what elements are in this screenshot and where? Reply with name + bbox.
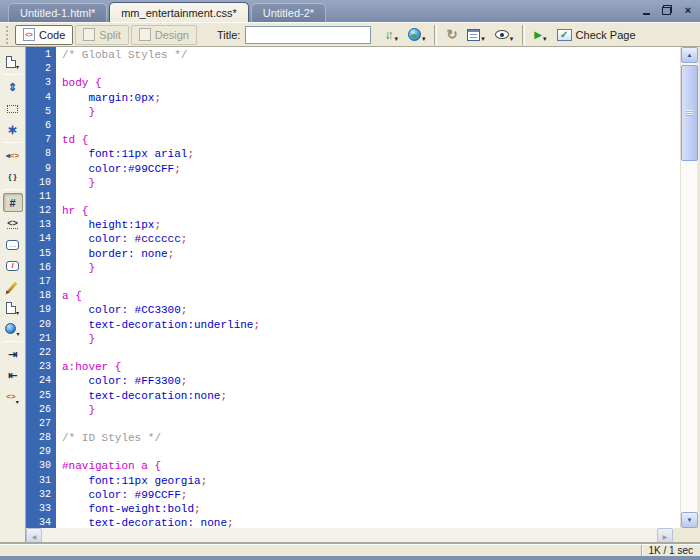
vertical-scrollbar-thumb[interactable] xyxy=(681,65,698,161)
code-line[interactable]: /* ID Styles */ xyxy=(62,432,680,446)
toolbar-icon-buttons: ↓↑▾▾↻▾▾▶▾ xyxy=(379,25,551,45)
code-line[interactable]: } xyxy=(62,262,680,276)
preview-in-browser-icon[interactable]: ▾ xyxy=(403,25,431,45)
code-line[interactable]: body { xyxy=(62,77,680,91)
expand-all-icon[interactable]: ∗ xyxy=(3,120,23,139)
line-number: 1 xyxy=(26,49,56,63)
code-line[interactable]: #navigation a { xyxy=(62,460,680,474)
line-number: 23 xyxy=(26,361,56,375)
code-line[interactable] xyxy=(62,418,680,432)
code-line[interactable]: a:hover { xyxy=(62,361,680,375)
remove-comment-icon[interactable]: / xyxy=(3,256,23,275)
select-parent-tag-icon[interactable]: ◂<> xyxy=(3,146,23,165)
check-page-icon: ✓ xyxy=(557,29,572,41)
line-number: 4 xyxy=(26,92,56,106)
move-or-convert-css-icon[interactable]: ▾ xyxy=(3,319,23,338)
collapse-full-tag-icon[interactable]: ⇕ xyxy=(3,78,23,97)
code-line[interactable]: color: #CC3300; xyxy=(62,304,680,318)
recent-snippets-icon[interactable]: ▾ xyxy=(3,298,23,317)
code-line[interactable]: color: #FF3300; xyxy=(62,375,680,389)
code-line[interactable]: } xyxy=(62,333,680,347)
code-line[interactable]: color: #cccccc; xyxy=(62,233,680,247)
line-number: 3 xyxy=(26,77,56,91)
line-number: 17 xyxy=(26,276,56,290)
code-line[interactable]: } xyxy=(62,404,680,418)
scrollbar-corner xyxy=(673,528,700,544)
line-number: 34 xyxy=(26,517,56,528)
tab-untitled-1[interactable]: Untitled-1.html* xyxy=(8,3,107,22)
line-number: 12 xyxy=(26,205,56,219)
refresh-icon[interactable]: ↻ xyxy=(441,25,462,45)
code-line[interactable]: font:11px arial; xyxy=(62,148,680,162)
code-line[interactable] xyxy=(62,63,680,77)
code-line[interactable]: border: none; xyxy=(62,248,680,262)
split-view-button[interactable]: Split xyxy=(75,25,128,45)
code-line[interactable]: text-decoration: none; xyxy=(62,517,680,528)
horizontal-scrollbar[interactable]: ◀ ▶ xyxy=(26,528,673,544)
vertical-scrollbar[interactable]: ▲ ▼ xyxy=(680,47,697,528)
code-line[interactable]: td { xyxy=(62,134,680,148)
scroll-down-icon[interactable]: ▼ xyxy=(681,512,698,528)
code-line[interactable]: hr { xyxy=(62,205,680,219)
tab-mm-entertainment-css[interactable]: mm_entertainment.css* xyxy=(109,2,249,22)
validate-markup-icon[interactable]: ▶▾ xyxy=(529,25,551,45)
check-page-button[interactable]: ✓ Check Page xyxy=(552,25,641,45)
code-view-button[interactable]: <> Code xyxy=(15,25,73,45)
code-line[interactable]: a { xyxy=(62,290,680,304)
tab-untitled-2[interactable]: Untitled-2* xyxy=(251,3,326,22)
code-line[interactable]: /* Global Styles */ xyxy=(62,49,680,63)
line-number-gutter: 1234567891011121314151617181920212223242… xyxy=(26,47,56,528)
status-bar: 1K / 1 sec xyxy=(0,544,700,556)
wrap-tag-icon[interactable] xyxy=(3,277,23,296)
file-management-icon[interactable]: ↓↑▾ xyxy=(379,25,403,45)
line-number: 10 xyxy=(26,177,56,191)
line-number: 15 xyxy=(26,248,56,262)
scroll-up-icon[interactable]: ▲ xyxy=(681,47,698,63)
line-number: 16 xyxy=(26,262,56,276)
minimize-icon[interactable] xyxy=(640,4,652,16)
code-line[interactable]: color: #99CCFF; xyxy=(62,489,680,503)
code-line[interactable]: font-weight:bold; xyxy=(62,503,680,517)
collapse-selection-icon[interactable] xyxy=(3,99,23,118)
restore-icon[interactable] xyxy=(661,4,673,16)
line-numbers-icon[interactable]: # xyxy=(3,193,23,212)
balance-braces-icon[interactable]: { } xyxy=(3,167,23,186)
toolbar-grip[interactable] xyxy=(5,25,9,45)
open-documents-icon[interactable]: ▾ xyxy=(3,52,23,71)
code-line[interactable]: text-decoration:underline; xyxy=(62,319,680,333)
outdent-code-icon[interactable]: ⇤ xyxy=(3,366,23,385)
code-line[interactable]: font:11px georgia; xyxy=(62,475,680,489)
code-line[interactable]: } xyxy=(62,106,680,120)
code-line[interactable]: } xyxy=(62,177,680,191)
scroll-right-icon[interactable]: ▶ xyxy=(657,528,673,544)
scroll-left-icon[interactable]: ◀ xyxy=(26,528,42,544)
design-view-label: Design xyxy=(155,29,189,41)
line-number: 25 xyxy=(26,390,56,404)
title-field-label: Title: xyxy=(217,29,240,41)
view-options-icon[interactable]: ▾ xyxy=(462,25,490,45)
apply-comment-icon[interactable]: … xyxy=(3,235,23,254)
code-line[interactable]: margin:0px; xyxy=(62,92,680,106)
code-line[interactable]: height:1px; xyxy=(62,219,680,233)
code-line[interactable] xyxy=(62,191,680,205)
line-number: 28 xyxy=(26,432,56,446)
close-icon[interactable]: × xyxy=(682,4,694,16)
toolbar-separator xyxy=(434,25,437,45)
highlight-invalid-code-icon[interactable]: <> xyxy=(3,214,23,233)
line-number: 20 xyxy=(26,319,56,333)
code-line[interactable] xyxy=(62,276,680,290)
code-line[interactable] xyxy=(62,446,680,460)
design-view-button[interactable]: Design xyxy=(131,25,197,45)
line-number: 2 xyxy=(26,63,56,77)
code-line[interactable] xyxy=(62,347,680,361)
code-line[interactable]: text-decoration:none; xyxy=(62,390,680,404)
title-input[interactable] xyxy=(245,26,371,44)
visual-aids-icon[interactable]: ▾ xyxy=(490,25,519,45)
format-source-code-icon[interactable]: <>▾ xyxy=(3,387,23,406)
line-number: 19 xyxy=(26,304,56,318)
code-line[interactable]: color:#99CCFF; xyxy=(62,163,680,177)
code-editor[interactable]: /* Global Styles */body { margin:0px; }t… xyxy=(56,47,680,528)
window-bottom-border xyxy=(0,556,700,560)
indent-code-icon[interactable]: ⇥ xyxy=(3,345,23,364)
code-line[interactable] xyxy=(62,120,680,134)
